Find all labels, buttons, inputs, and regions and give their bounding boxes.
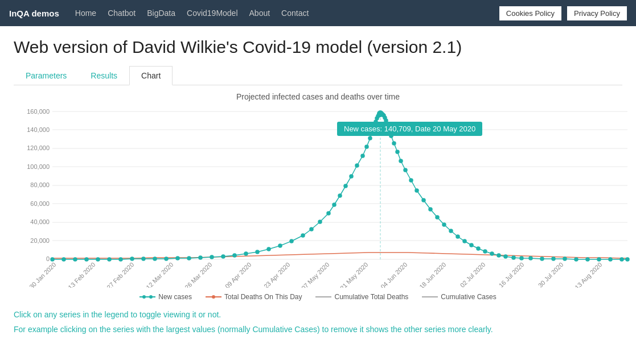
svg-text:120,000: 120,000 [27, 144, 50, 151]
svg-point-43 [165, 257, 168, 260]
svg-text:26 Mar 2020: 26 Mar 2020 [183, 261, 213, 288]
nav-contact[interactable]: Contact [281, 9, 309, 18]
legend-new-cases-label: New cases [158, 293, 192, 301]
new-cases-markers [51, 112, 629, 261]
privacy-policy-button[interactable]: Privacy Policy [567, 6, 627, 20]
svg-point-85 [404, 168, 407, 172]
svg-text:23 Apr 2020: 23 Apr 2020 [262, 261, 291, 288]
svg-point-62 [350, 175, 353, 178]
chart-title: Projected infected cases and deaths over… [18, 92, 618, 101]
navbar: InQA demos Home Chatbot BigData Covid19M… [0, 0, 636, 26]
svg-point-86 [409, 179, 413, 182]
cookies-policy-button[interactable]: Cookies Policy [499, 6, 561, 20]
info-text-1: Click on any series in the legend to tog… [14, 305, 622, 321]
svg-point-90 [436, 216, 439, 219]
svg-point-93 [456, 235, 459, 238]
legend-total-deaths[interactable]: Total Deaths On This Day [206, 293, 302, 301]
nav-bigdata[interactable]: BigData [147, 9, 175, 18]
svg-text:0: 0 [46, 255, 50, 262]
svg-point-111 [620, 258, 623, 261]
svg-point-65 [365, 145, 368, 148]
svg-point-68 [373, 125, 376, 128]
nav-home[interactable]: Home [75, 9, 96, 18]
chart-wrap: New cases: 140,709, Date 20 May 2020 .ax… [18, 106, 618, 289]
nav-covid19model[interactable]: Covid19Model [187, 9, 238, 18]
svg-text:20,000: 20,000 [30, 237, 50, 244]
svg-point-63 [355, 164, 359, 167]
svg-point-48 [221, 255, 225, 258]
svg-point-34 [62, 258, 65, 261]
tab-parameters[interactable]: Parameters [14, 66, 79, 85]
svg-point-55 [301, 234, 305, 237]
svg-point-115 [149, 295, 153, 299]
svg-point-39 [119, 258, 122, 261]
svg-point-35 [73, 258, 77, 261]
nav-chatbot[interactable]: Chatbot [108, 9, 136, 18]
total-deaths-legend-icon [206, 293, 221, 300]
svg-point-92 [449, 229, 453, 233]
svg-point-51 [256, 250, 259, 254]
cumulative-cases-legend-icon [422, 293, 438, 300]
svg-text:60,000: 60,000 [30, 200, 50, 207]
svg-point-82 [392, 142, 396, 145]
svg-point-56 [310, 228, 313, 231]
legend-new-cases[interactable]: New cases [139, 293, 192, 301]
svg-text:30 Jan 2020: 30 Jan 2020 [28, 261, 57, 288]
legend-cumulative-deaths[interactable]: Cumulative Total Deaths [315, 293, 408, 301]
legend-total-deaths-label: Total Deaths On This Day [224, 293, 302, 301]
svg-point-47 [210, 255, 214, 259]
tab-results[interactable]: Results [79, 66, 129, 85]
nav-links: Home Chatbot BigData Covid19Model About … [75, 9, 499, 18]
svg-text:160,000: 160,000 [27, 108, 50, 115]
svg-point-109 [597, 258, 601, 261]
legend-cumulative-deaths-label: Cumulative Total Deaths [334, 293, 408, 301]
svg-point-96 [477, 247, 480, 250]
svg-text:21 May 2020: 21 May 2020 [339, 261, 369, 288]
svg-point-60 [338, 194, 342, 197]
tooltip-dot [377, 110, 384, 117]
nav-brand: InQA demos [9, 9, 59, 18]
svg-point-79 [385, 123, 389, 126]
nav-about[interactable]: About [249, 9, 270, 18]
svg-text:100,000: 100,000 [27, 163, 50, 170]
svg-point-117 [212, 295, 215, 299]
svg-point-42 [153, 257, 157, 260]
svg-point-45 [187, 257, 191, 260]
svg-point-100 [504, 255, 507, 258]
svg-point-64 [361, 154, 364, 158]
svg-text:12 Mar 2020: 12 Mar 2020 [145, 261, 174, 288]
svg-text:140,000: 140,000 [27, 126, 50, 133]
svg-point-91 [442, 223, 446, 226]
svg-point-46 [199, 256, 202, 259]
tabs: Parameters Results Chart [14, 66, 622, 85]
svg-point-61 [344, 184, 347, 188]
svg-text:13 Feb 2020: 13 Feb 2020 [67, 261, 96, 288]
svg-text:40,000: 40,000 [30, 218, 50, 225]
svg-text:27 Feb 2020: 27 Feb 2020 [105, 261, 135, 288]
info-text-2: For example clicking on the series with … [14, 321, 622, 334]
svg-point-69 [374, 120, 378, 123]
tab-chart[interactable]: Chart [129, 66, 173, 85]
svg-point-89 [429, 208, 432, 211]
svg-point-84 [399, 159, 403, 163]
svg-point-114 [142, 295, 146, 299]
svg-text:16 Jul 2020: 16 Jul 2020 [498, 261, 526, 288]
svg-point-41 [142, 257, 145, 260]
svg-point-105 [552, 257, 555, 260]
svg-point-80 [387, 128, 391, 131]
legend-cumulative-cases[interactable]: Cumulative Cases [422, 293, 496, 301]
svg-point-38 [108, 258, 111, 261]
svg-point-54 [290, 239, 293, 243]
svg-point-66 [368, 136, 372, 140]
svg-point-59 [333, 203, 336, 206]
chart-container: Projected infected cases and deaths over… [14, 85, 622, 305]
new-cases-legend-icon [139, 293, 155, 300]
svg-text:04 Jun 2020: 04 Jun 2020 [379, 261, 408, 288]
svg-point-112 [626, 258, 629, 261]
svg-point-44 [176, 257, 179, 260]
svg-point-49 [233, 254, 236, 257]
chart-svg: .axis-label { font-size: 11px; fill: #88… [18, 106, 633, 288]
svg-point-107 [575, 258, 578, 261]
svg-point-67 [371, 130, 374, 134]
svg-point-83 [396, 150, 399, 154]
